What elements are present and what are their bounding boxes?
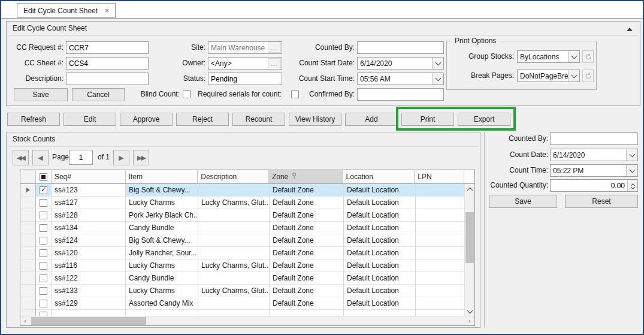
owner-browse-button[interactable]: ...	[268, 58, 281, 68]
owner-picker[interactable]: <Any> ...	[208, 57, 282, 70]
cell-location[interactable]: Default Location	[344, 184, 416, 197]
edit-button[interactable]: Edit	[64, 113, 116, 126]
row-header[interactable]	[20, 285, 36, 297]
cell-zone[interactable]: Default Zone	[270, 297, 344, 310]
cell-description[interactable]	[198, 184, 270, 197]
cell-description[interactable]	[198, 247, 270, 259]
tab-close-icon[interactable]: ×	[105, 7, 109, 15]
cell-item[interactable]: Candy Bundle	[126, 272, 198, 285]
cell-seq[interactable]: ss#122	[52, 272, 126, 285]
cell-zone[interactable]: Default Zone	[270, 247, 344, 259]
cell-seq[interactable]: ss#123	[52, 184, 126, 197]
cell-lpn[interactable]	[416, 259, 465, 272]
cell-description[interactable]	[198, 234, 270, 247]
collapse-panel-icon[interactable]	[627, 28, 633, 31]
cell-seq[interactable]: ss#133	[52, 285, 126, 297]
vertical-scrollbar-thumb[interactable]	[465, 212, 474, 263]
cell-lpn[interactable]	[416, 222, 465, 234]
cell-seq[interactable]: ss#134	[52, 222, 126, 234]
cell-description[interactable]	[198, 297, 270, 310]
table-row[interactable]: ss#116Lucky CharmsLucky Charms, Glut...D…	[20, 259, 474, 272]
pager-next-button[interactable]: ▶	[113, 150, 129, 165]
add-button[interactable]: Add	[345, 113, 398, 126]
cell-lpn[interactable]	[416, 184, 465, 197]
cell-zone[interactable]: Default Zone	[270, 184, 344, 197]
table-row[interactable]: ss#120Jolly Rancher, Sour...Default Zone…	[20, 247, 474, 259]
dropdown-arrow-icon[interactable]	[432, 58, 443, 69]
table-row[interactable]: ss#127Lucky CharmsLucky Charms, Glut...D…	[20, 197, 474, 209]
row-header[interactable]	[20, 247, 36, 259]
cell-item[interactable]: Big Soft & Chewy...	[126, 234, 198, 247]
column-header-description[interactable]: Description	[198, 170, 269, 184]
scroll-right-button[interactable]: ›	[465, 316, 474, 325]
pager-last-button[interactable]: ▶▶	[133, 150, 149, 165]
detail-counted-by-input[interactable]	[550, 132, 638, 145]
status-input[interactable]	[208, 73, 282, 85]
counted-quantity-spinner[interactable]	[550, 179, 638, 192]
scroll-left-button[interactable]: ‹	[20, 316, 30, 325]
filter-pin-icon[interactable]	[292, 173, 297, 180]
cell-zone[interactable]: Default Zone	[270, 209, 344, 222]
break-pages-refresh-button[interactable]	[582, 70, 594, 82]
cell-description[interactable]: Lucky Charms, Glut...	[198, 285, 270, 297]
scroll-up-button[interactable]	[465, 184, 474, 194]
cell-description[interactable]	[198, 222, 270, 234]
count-start-date-select[interactable]: 6/14/2020	[357, 57, 444, 70]
row-header[interactable]	[20, 184, 36, 197]
cell-description[interactable]	[198, 272, 270, 285]
cell-description[interactable]: Lucky Charms, Glut...	[198, 197, 270, 209]
table-row[interactable]: ss#122Candy BundleDefault ZoneDefault Lo…	[20, 272, 474, 285]
cell-item[interactable]: Lucky Charms	[126, 259, 198, 272]
recount-button[interactable]: Recount	[232, 113, 285, 126]
column-header-zone[interactable]: Zone	[269, 170, 343, 184]
cell-item[interactable]: Big Soft & Chewy...	[126, 184, 198, 197]
reject-button[interactable]: Reject	[176, 113, 229, 126]
row-checkbox[interactable]	[40, 186, 47, 194]
row-header[interactable]	[20, 222, 36, 234]
cc-sheet-input[interactable]	[66, 57, 149, 70]
counted-by-input[interactable]	[357, 41, 444, 54]
row-checkbox[interactable]	[40, 274, 47, 282]
cell-seq[interactable]: ss#129	[52, 297, 126, 310]
cell-location[interactable]: Default Location	[344, 272, 416, 285]
cell-zone[interactable]: Default Zone	[270, 259, 344, 272]
pager-page-input[interactable]	[69, 150, 93, 165]
cell-seq[interactable]: ss#124	[52, 234, 126, 247]
cc-request-input[interactable]	[66, 41, 149, 54]
cell-zone[interactable]: Default Zone	[270, 222, 344, 234]
cell-zone[interactable]: Default Zone	[270, 285, 344, 297]
horizontal-scrollbar[interactable]: ‹ ›	[20, 316, 474, 325]
cell-location[interactable]: Default Location	[344, 297, 416, 310]
group-stocks-select[interactable]: ByLocations	[517, 50, 580, 63]
site-browse-button[interactable]: ...	[268, 43, 281, 53]
cell-location[interactable]: Default Location	[344, 197, 416, 209]
cell-location[interactable]: Default Location	[344, 259, 416, 272]
view-history-button[interactable]: View History	[289, 113, 341, 126]
pager-previous-button[interactable]: ◀	[32, 150, 49, 165]
table-row[interactable]: ss#124Big Soft & Chewy...Default ZoneDef…	[20, 234, 474, 247]
cell-item[interactable]: Lucky Charms	[126, 285, 198, 297]
confirmed-by-input[interactable]	[357, 88, 444, 101]
cell-item[interactable]: Pork Jerky Black Ch...	[126, 209, 198, 222]
row-checkbox[interactable]	[40, 212, 47, 219]
counted-quantity-input[interactable]	[551, 180, 627, 191]
row-checkbox[interactable]	[40, 249, 47, 257]
dropdown-arrow-icon[interactable]	[626, 149, 637, 161]
cell-lpn[interactable]	[416, 285, 465, 297]
cell-description[interactable]	[198, 209, 270, 222]
cell-zone[interactable]: Default Zone	[270, 272, 344, 285]
blind-count-checkbox[interactable]	[183, 90, 191, 98]
detail-count-time-select[interactable]: 05:22 PM	[550, 164, 638, 177]
dropdown-arrow-icon[interactable]	[568, 70, 579, 82]
row-checkbox[interactable]	[40, 262, 47, 270]
spinner-buttons[interactable]	[627, 180, 637, 191]
detail-reset-button[interactable]: Reset	[565, 195, 638, 208]
detail-save-button[interactable]: Save	[489, 195, 557, 208]
table-row[interactable]: ss#133Lucky CharmsLucky Charms, Glut...D…	[20, 285, 474, 297]
count-start-time-select[interactable]: 05:56 AM	[357, 73, 444, 85]
description-input[interactable]	[66, 73, 149, 85]
cell-lpn[interactable]	[416, 247, 465, 259]
row-header[interactable]	[20, 297, 36, 310]
cell-zone[interactable]: Default Zone	[270, 234, 344, 247]
column-header-location[interactable]: Location	[343, 170, 415, 184]
